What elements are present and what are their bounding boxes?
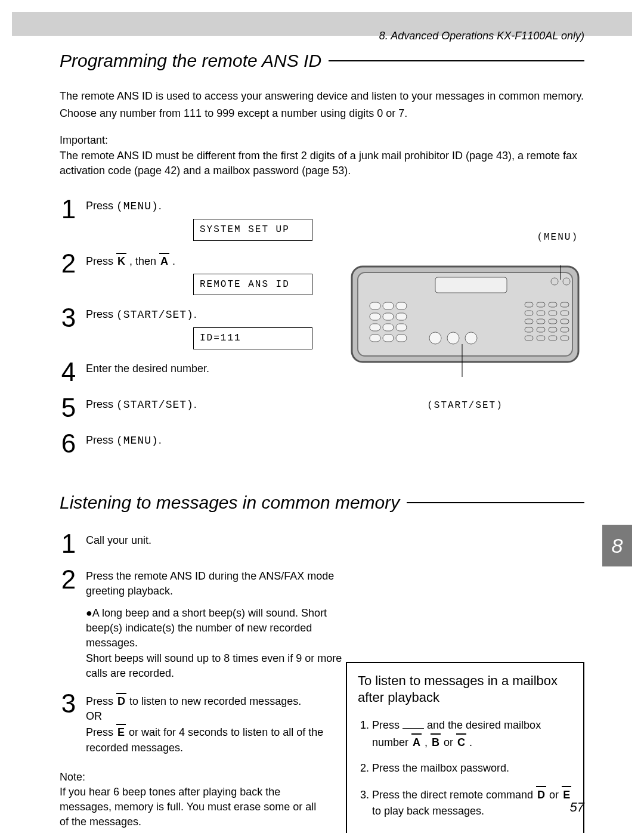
step-num: 2	[60, 566, 78, 593]
bullet-2: Short beeps will sound up to 8 times eve…	[86, 651, 342, 681]
chapter-header: 8. Advanced Operations KX-F1100AL only)	[379, 30, 584, 42]
section-a-title-row: Programming the remote ANS ID	[60, 51, 584, 71]
note-label: Note:	[60, 770, 322, 785]
step-body: Press (MENU).	[86, 431, 162, 448]
note-text: If you hear 6 beep tones after playing b…	[60, 785, 322, 830]
svg-point-19	[465, 332, 477, 344]
step-num: 3	[60, 305, 78, 331]
section-b-title: Listening to messages in common memory	[60, 493, 400, 513]
blank-underline	[402, 728, 424, 729]
step-num: 6	[60, 431, 78, 457]
important-text: The remote ANS ID must be different from…	[60, 148, 584, 178]
step-a-6: 6 Press (MENU).	[60, 431, 584, 457]
label-menu: (MENU)	[346, 232, 584, 243]
side-box-item-3: Press the direct remote command D or E t…	[372, 786, 572, 819]
step-body: Press K , then A . REMOTE ANS ID	[86, 250, 301, 296]
important-block: Important: The remote ANS ID must be dif…	[60, 133, 584, 178]
svg-rect-9	[383, 313, 394, 320]
step-num: 1	[60, 531, 78, 557]
section-b-body: 1 Call your unit. 2 Press the remote ANS…	[60, 531, 584, 830]
step-num: 3	[60, 690, 78, 717]
step-num: 1	[60, 196, 78, 222]
section-a-intro: The remote ANS ID is used to access your…	[60, 89, 584, 121]
side-box-item-2: Press the mailbox password.	[372, 760, 572, 776]
section-b: Listening to messages in common memory 1…	[60, 493, 584, 830]
svg-rect-10	[396, 313, 407, 320]
note-block: Note: If you hear 6 beep tones after pla…	[60, 770, 322, 830]
label-start-set: (START/SET)	[346, 400, 584, 411]
side-box-list: Press and the desired mailbox number A ,…	[358, 717, 572, 819]
section-a-steps: (MENU)	[60, 196, 584, 457]
display-system-setup: SYSTEM SET UP	[193, 219, 312, 240]
step-num: 5	[60, 395, 78, 421]
svg-rect-14	[370, 335, 380, 342]
step-body: Press D to listen to new recorded messag…	[86, 690, 342, 755]
title-rule	[329, 60, 584, 61]
step-body: Press (MENU). SYSTEM SET UP	[86, 196, 301, 241]
step-b-1: 1 Call your unit.	[60, 531, 584, 557]
important-label: Important:	[60, 133, 584, 148]
device-illustration: (MENU)	[346, 232, 584, 387]
title-rule	[407, 502, 584, 503]
step-body: Press the remote ANS ID during the ANS/F…	[86, 566, 342, 681]
svg-point-17	[429, 332, 441, 344]
step-body: Press (START/SET). ID=111	[86, 305, 301, 349]
svg-rect-8	[370, 313, 380, 320]
side-box-title: To listen to messages in a mailbox after…	[358, 673, 572, 707]
section-a-title: Programming the remote ANS ID	[60, 51, 321, 71]
step-num: 2	[60, 250, 78, 277]
page-number: 57	[570, 800, 584, 815]
step-body: Press (START/SET).	[86, 395, 197, 413]
section-b-title-row: Listening to messages in common memory	[60, 493, 584, 513]
intro-line-1: The remote ANS ID is used to access your…	[60, 89, 584, 104]
chapter-tab: 8	[602, 525, 632, 566]
page-content: Programming the remote ANS ID The remote…	[60, 51, 584, 829]
svg-rect-16	[396, 335, 407, 342]
bullet-1: ●A long beep and a short beep(s) will so…	[86, 606, 342, 651]
display-id: ID=111	[193, 327, 312, 349]
bullet-block: ●A long beep and a short beep(s) will so…	[86, 606, 342, 681]
fax-machine-icon	[346, 243, 584, 398]
svg-point-18	[447, 332, 459, 344]
step-body: Enter the desired number.	[86, 359, 209, 376]
intro-line-2: Choose any number from 111 to 999 except…	[60, 106, 584, 121]
svg-rect-2	[435, 277, 507, 293]
svg-rect-5	[370, 302, 380, 309]
display-remote-ans-id: REMOTE ANS ID	[193, 274, 312, 295]
svg-rect-12	[383, 324, 394, 331]
step-body: Call your unit.	[86, 531, 151, 548]
mailbox-side-box: To listen to messages in a mailbox after…	[346, 662, 584, 833]
svg-rect-15	[383, 335, 394, 342]
svg-rect-6	[383, 302, 394, 309]
side-box-item-1: Press and the desired mailbox number A ,…	[372, 717, 572, 751]
svg-rect-11	[370, 324, 380, 331]
svg-rect-13	[396, 324, 407, 331]
svg-rect-7	[396, 302, 407, 309]
step-num: 4	[60, 359, 78, 385]
